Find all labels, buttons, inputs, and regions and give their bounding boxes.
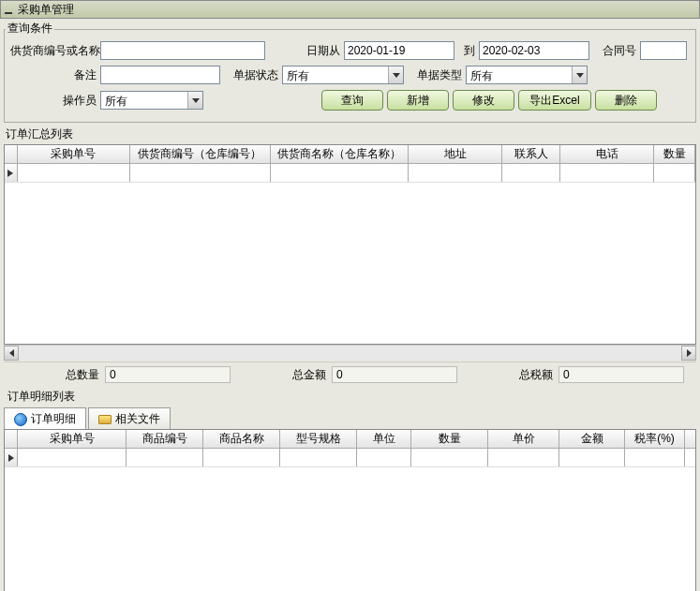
bill-type-label: 单据类型: [408, 67, 462, 83]
bill-status-value: 所有: [283, 66, 388, 83]
detail-tabs: 订单明细 相关文件: [4, 397, 696, 429]
remark-label: 备注: [10, 67, 97, 83]
col-header[interactable]: 采购单号: [18, 430, 127, 448]
remark-input[interactable]: [100, 66, 220, 84]
delete-button[interactable]: 删除: [595, 90, 657, 111]
edit-button[interactable]: 修改: [453, 90, 514, 111]
date-from-label: 日期从: [297, 43, 340, 59]
window-title: 采购单管理: [18, 2, 74, 18]
detail-grid: 采购单号 商品编号 商品名称 型号规格 单位 数量 单价 金额 税率(%): [4, 429, 696, 591]
total-tax-label: 总税额: [463, 367, 553, 383]
col-header[interactable]: 商品名称: [203, 430, 280, 448]
tab-label: 订单明细: [31, 411, 76, 427]
col-header[interactable]: 数量: [654, 145, 695, 163]
total-amt-value: 0: [332, 366, 457, 383]
col-header[interactable]: 采购单号: [18, 145, 130, 163]
col-header[interactable]: 商品编号: [127, 430, 203, 448]
current-row-indicator-icon: [5, 449, 18, 466]
tab-order-detail[interactable]: 订单明细: [4, 407, 86, 430]
date-to-label: 到: [458, 43, 475, 59]
chevron-down-icon: [572, 66, 587, 83]
totals-bar: 总数量 0 总金额 0 总税额 0: [4, 362, 696, 387]
grid-empty-area: [5, 183, 695, 344]
total-qty-value: 0: [105, 366, 231, 383]
scroll-right-icon[interactable]: [681, 346, 696, 361]
table-row[interactable]: [5, 449, 695, 467]
tab-label: 相关文件: [115, 411, 160, 427]
bill-status-label: 单据状态: [224, 67, 278, 83]
search-legend: 查询条件: [6, 21, 54, 37]
date-from-input[interactable]: [344, 41, 454, 60]
col-header[interactable]: 数量: [411, 430, 488, 448]
folder-icon: [98, 415, 112, 424]
col-header[interactable]: 电话: [560, 145, 654, 163]
chevron-down-icon: [187, 92, 202, 109]
summary-grid-hscroll[interactable]: [4, 345, 696, 360]
tab-related-files[interactable]: 相关文件: [88, 407, 171, 430]
col-header[interactable]: 单位: [357, 430, 411, 448]
col-header[interactable]: 联系人: [502, 145, 560, 163]
col-header[interactable]: 供货商编号（仓库编号）: [130, 145, 271, 163]
query-button[interactable]: 查询: [321, 90, 383, 111]
window-titlebar: 采购单管理: [0, 0, 700, 19]
summary-grid: 采购单号 供货商编号（仓库编号） 供货商名称（仓库名称） 地址 联系人 电话 数…: [4, 144, 696, 345]
total-qty-label: 总数量: [9, 367, 99, 383]
supplier-label: 供货商编号或名称: [10, 43, 97, 59]
grid-empty-area: [5, 467, 695, 591]
scroll-left-icon[interactable]: [4, 346, 19, 361]
current-row-indicator-icon: [5, 164, 18, 182]
contract-input[interactable]: [640, 41, 687, 60]
bill-type-value: 所有: [467, 66, 572, 83]
col-header[interactable]: 地址: [409, 145, 502, 163]
col-header[interactable]: 型号规格: [280, 430, 357, 448]
col-header[interactable]: 单价: [488, 430, 559, 448]
total-amt-label: 总金额: [236, 367, 326, 383]
export-button[interactable]: 导出Excel: [518, 90, 591, 111]
add-button[interactable]: 新增: [387, 90, 449, 111]
col-header[interactable]: 税率(%): [625, 430, 685, 448]
total-tax-value: 0: [559, 366, 684, 383]
bill-status-select[interactable]: 所有: [282, 66, 404, 84]
operator-value: 所有: [101, 92, 187, 109]
summary-list-label: 订单汇总列表: [0, 125, 700, 144]
supplier-input[interactable]: [100, 41, 265, 60]
operator-select[interactable]: 所有: [100, 91, 203, 110]
grid-corner: [5, 430, 18, 448]
minimize-icon[interactable]: [5, 5, 14, 14]
globe-icon: [14, 413, 27, 426]
operator-label: 操作员: [10, 93, 97, 109]
table-row[interactable]: [5, 164, 695, 183]
detail-list-label: 订单明细列表: [6, 389, 77, 405]
contract-label: 合同号: [593, 43, 636, 59]
grid-corner: [5, 145, 18, 163]
summary-grid-header: 采购单号 供货商编号（仓库编号） 供货商名称（仓库名称） 地址 联系人 电话 数…: [5, 145, 695, 164]
bill-type-select[interactable]: 所有: [466, 66, 588, 84]
col-header[interactable]: 金额: [559, 430, 625, 448]
search-panel: 供货商编号或名称 日期从 到 合同号 备注 单据状态 所有 单据类型 所有 操作…: [4, 29, 696, 123]
chevron-down-icon: [388, 66, 403, 83]
col-header[interactable]: 供货商名称（仓库名称）: [271, 145, 410, 163]
date-to-input[interactable]: [479, 41, 589, 60]
detail-grid-header: 采购单号 商品编号 商品名称 型号规格 单位 数量 单价 金额 税率(%): [5, 430, 695, 449]
